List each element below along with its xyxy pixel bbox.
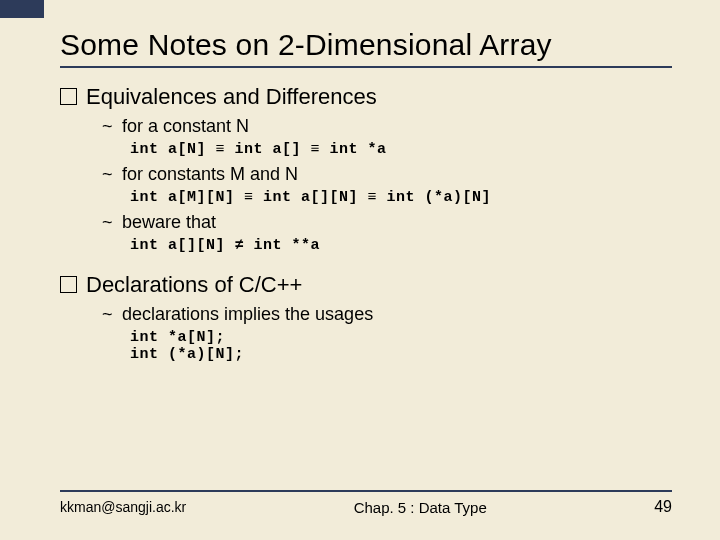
footer-divider [60, 490, 672, 492]
bullet-item: for a constant N [102, 116, 672, 137]
footer-row: kkman@sangji.ac.kr Chap. 5 : Data Type 4… [60, 498, 672, 516]
footer-chapter: Chap. 5 : Data Type [186, 499, 654, 516]
section-equivalences: Equivalences and Differences for a const… [60, 84, 672, 254]
bullet-item: for constants M and N [102, 164, 672, 185]
corner-accent [0, 0, 44, 18]
code-line: int a[][N] ≠ int **a [130, 237, 672, 254]
code-line: int a[M][N] ≡ int a[][N] ≡ int (*a)[N] [130, 189, 672, 206]
footer-author: kkman@sangji.ac.kr [60, 499, 186, 515]
page-title: Some Notes on 2-Dimensional Array [60, 28, 672, 62]
title-underline [60, 66, 672, 68]
section-heading: Equivalences and Differences [60, 84, 672, 110]
slide-body: Some Notes on 2-Dimensional Array Equiva… [0, 0, 720, 363]
bullet-item: declarations implies the usages [102, 304, 672, 325]
code-line: int a[N] ≡ int a[] ≡ int *a [130, 141, 672, 158]
footer: kkman@sangji.ac.kr Chap. 5 : Data Type 4… [0, 490, 720, 516]
section-declarations: Declarations of C/C++ declarations impli… [60, 272, 672, 363]
code-line: int *a[N]; int (*a)[N]; [130, 329, 672, 363]
bullet-item: beware that [102, 212, 672, 233]
footer-page-number: 49 [654, 498, 672, 516]
section-heading: Declarations of C/C++ [60, 272, 672, 298]
